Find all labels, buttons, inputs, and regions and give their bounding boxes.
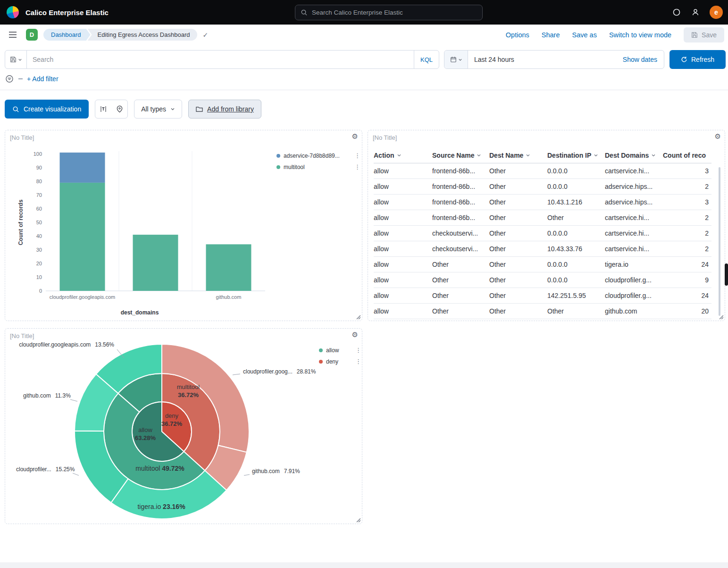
- panel-settings-button[interactable]: ⚙: [715, 133, 721, 140]
- refresh-button[interactable]: Refresh: [669, 50, 726, 69]
- column-header-dest-name[interactable]: Dest Name: [489, 152, 547, 159]
- create-visualization-label: Create visualization: [24, 105, 81, 113]
- legend-item-actions-button[interactable]: ⋮: [354, 152, 360, 159]
- show-dates-link[interactable]: Show dates: [623, 56, 657, 63]
- table-cell: tigera.io: [605, 261, 663, 268]
- global-search-box[interactable]: [295, 5, 483, 20]
- sunburst-callout-label: github.com11.3%: [23, 392, 71, 399]
- options-link[interactable]: Options: [506, 31, 529, 39]
- x-tick-label: github.com: [216, 294, 242, 300]
- add-text-button[interactable]: [95, 100, 111, 118]
- user-icon: [691, 8, 700, 17]
- table-row[interactable]: allowfrontend-86b...Other10.43.1.216adse…: [374, 195, 711, 210]
- kql-language-button[interactable]: KQL: [414, 51, 439, 68]
- panel-resize-handle[interactable]: [356, 517, 360, 522]
- date-picker: Last 24 hours Show dates: [444, 50, 664, 69]
- legend-item[interactable]: multitool ⋮: [276, 163, 360, 170]
- table-cell: Other: [489, 245, 547, 253]
- table-row[interactable]: allowcheckoutservi...Other10.43.33.76car…: [374, 241, 711, 257]
- panel-resize-handle[interactable]: [356, 314, 360, 319]
- table-cell: 10.43.1.216: [547, 198, 605, 206]
- breadcrumb-current[interactable]: Editing Egress Access Dashboard: [88, 29, 198, 41]
- bar-segment[interactable]: [206, 244, 251, 291]
- table-row[interactable]: allowfrontend-86b...OtherOthercartservic…: [374, 210, 711, 226]
- panel-title: [No Title]: [373, 134, 397, 141]
- column-header-destination-ip[interactable]: Destination IP: [547, 152, 605, 159]
- create-visualization-button[interactable]: Create visualization: [5, 100, 89, 119]
- filter-bar: + Add filter: [5, 74, 59, 84]
- legend-item-actions-button[interactable]: ⋮: [355, 347, 361, 354]
- table-row[interactable]: allowfrontend-86b...Other0.0.0.0adservic…: [374, 179, 711, 195]
- table-cell: cloudprofiler.g...: [605, 292, 663, 299]
- callout-line: [244, 475, 250, 475]
- breadcrumb-dashboard[interactable]: Dashboard: [43, 29, 91, 41]
- switch-to-view-mode-link[interactable]: Switch to view mode: [609, 31, 671, 39]
- legend-label: allow: [326, 347, 339, 354]
- add-from-library-button[interactable]: Add from library: [188, 100, 261, 119]
- y-tick-label: 10: [36, 274, 42, 280]
- bar-segment[interactable]: [60, 183, 105, 291]
- query-search-box[interactable]: KQL: [26, 50, 439, 69]
- bar-segment[interactable]: [60, 153, 105, 183]
- column-header-source-name[interactable]: Source Name: [432, 152, 489, 159]
- table-cell: 2: [663, 245, 711, 253]
- time-range-value[interactable]: Last 24 hours: [474, 56, 514, 63]
- table-cell: Other: [432, 292, 489, 299]
- share-link[interactable]: Share: [542, 31, 560, 39]
- dashboard-title-check-icon[interactable]: ✓: [202, 31, 208, 39]
- calendar-icon: [450, 56, 457, 63]
- legend-item[interactable]: adservice-7d8b8d89... ⋮: [276, 152, 360, 159]
- data-table: ActionSource NameDest NameDestination IP…: [374, 147, 711, 319]
- all-types-dropdown[interactable]: All types: [134, 100, 182, 119]
- table-header-row: ActionSource NameDest NameDestination IP…: [374, 147, 711, 163]
- table-cell: 0.0.0.0: [547, 261, 605, 268]
- legend-item[interactable]: allow ⋮: [319, 347, 361, 354]
- table-cell: frontend-86b...: [432, 183, 489, 190]
- table-cell: 0.0.0.0: [547, 276, 605, 284]
- menu-button[interactable]: [8, 31, 17, 40]
- save-disk-icon: [691, 32, 698, 38]
- table-row[interactable]: allowOtherOther142.251.5.95cloudprofiler…: [374, 288, 711, 304]
- global-search-input[interactable]: [312, 9, 477, 16]
- legend-item-actions-button[interactable]: ⋮: [355, 358, 361, 365]
- refresh-icon: [681, 56, 687, 63]
- ring-icon: [672, 8, 681, 17]
- y-tick-label: 80: [36, 178, 42, 184]
- cluster-status-button[interactable]: [672, 8, 681, 17]
- y-tick-label: 0: [39, 288, 42, 294]
- saved-filters-icon[interactable]: [5, 74, 14, 84]
- page-scrollbar-thumb[interactable]: [725, 263, 728, 286]
- table-cell: allow: [374, 229, 432, 237]
- query-search-input[interactable]: [33, 56, 414, 63]
- calendar-menu-button[interactable]: [444, 51, 468, 68]
- legend-item-actions-button[interactable]: ⋮: [354, 163, 360, 170]
- add-filter-link[interactable]: + Add filter: [27, 75, 59, 83]
- table-scrollbar[interactable]: [719, 167, 720, 316]
- saved-query-menu-button[interactable]: [5, 50, 27, 69]
- table-row[interactable]: allowfrontend-86b...Other0.0.0.0cartserv…: [374, 163, 711, 179]
- avatar[interactable]: e: [710, 6, 723, 19]
- table-row[interactable]: allowOtherOtherOthergithub.com20: [374, 304, 711, 319]
- table-row[interactable]: allowcheckoutservi...Other0.0.0.0cartser…: [374, 226, 711, 241]
- table-cell: frontend-86b...: [432, 167, 489, 175]
- panel-bar-chart: [No Title] ⚙ Count of records 0102030405…: [5, 130, 362, 321]
- panel-resize-handle[interactable]: [719, 314, 723, 319]
- bar-segment[interactable]: [133, 235, 178, 291]
- panel-sunburst: [No Title] ⚙ multitool36.72% deny36.72% …: [5, 328, 362, 524]
- space-badge[interactable]: D: [26, 29, 38, 41]
- panel-settings-button[interactable]: ⚙: [352, 133, 358, 140]
- table-cell: 0.0.0.0: [547, 229, 605, 237]
- table-cell: 2: [663, 229, 711, 237]
- user-settings-button[interactable]: [691, 8, 700, 17]
- legend-item[interactable]: deny ⋮: [319, 358, 361, 365]
- table-row[interactable]: allowOtherOther0.0.0.0tigera.io24: [374, 257, 711, 272]
- text-icon: [100, 105, 107, 113]
- column-header-action[interactable]: Action: [374, 152, 432, 159]
- column-header-dest-domains[interactable]: Dest Domains: [605, 152, 663, 159]
- column-header-count-of-reco[interactable]: Count of reco: [663, 152, 711, 159]
- table-row[interactable]: allowOtherOther0.0.0.0cloudprofiler.g...…: [374, 272, 711, 288]
- add-map-button[interactable]: [111, 100, 127, 118]
- save-as-link[interactable]: Save as: [572, 31, 597, 39]
- callout-line: [73, 473, 79, 475]
- save-button[interactable]: Save: [684, 27, 724, 42]
